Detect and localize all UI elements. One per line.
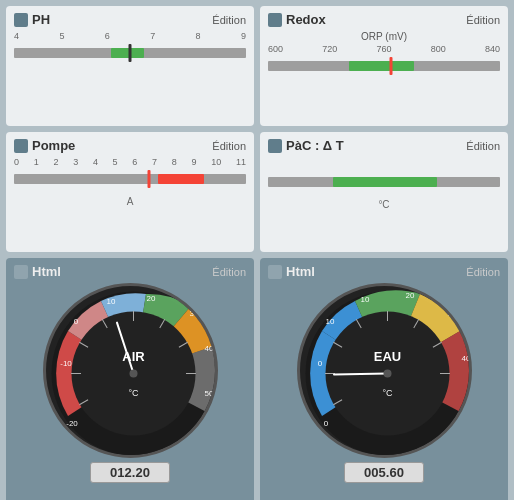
ph-header: PH Édition bbox=[14, 12, 246, 27]
pompe-bar-bg bbox=[14, 174, 246, 184]
ph-edition-btn[interactable]: Édition bbox=[212, 14, 246, 26]
ph-marker bbox=[129, 44, 132, 62]
html-eau-edition-btn[interactable]: Édition bbox=[466, 266, 500, 278]
orp-label: ORP (mV) bbox=[268, 31, 500, 42]
pompe-unit: A bbox=[14, 196, 246, 207]
svg-text:EAU: EAU bbox=[373, 349, 400, 364]
pac-title: PàC : Δ T bbox=[268, 138, 344, 153]
pompe-title: Pompe bbox=[14, 138, 75, 153]
svg-text:10: 10 bbox=[360, 295, 369, 304]
svg-point-42 bbox=[383, 370, 391, 378]
redox-card: Redox Édition ORP (mV) 600 720 760 800 8… bbox=[260, 6, 508, 126]
eau-display-value: 005.60 bbox=[344, 462, 424, 483]
pompe-scale: 0 1 2 3 4 5 6 7 8 9 10 11 bbox=[14, 157, 246, 167]
main-grid: PH Édition 4 5 6 7 8 9 Redox bbox=[0, 0, 514, 500]
svg-text:40: 40 bbox=[461, 354, 470, 363]
html-air-card: Html Édition bbox=[6, 258, 254, 500]
svg-text:°C: °C bbox=[128, 388, 139, 398]
svg-line-41 bbox=[334, 374, 387, 375]
ph-track bbox=[14, 42, 246, 64]
html-air-title: Html bbox=[14, 264, 61, 279]
redox-marker bbox=[389, 57, 392, 75]
svg-text:50: 50 bbox=[204, 389, 213, 398]
svg-text:0: 0 bbox=[323, 419, 328, 428]
pac-icon bbox=[268, 139, 282, 153]
html-air-header: Html Édition bbox=[14, 264, 246, 279]
svg-text:0: 0 bbox=[73, 317, 78, 326]
html-eau-card: Html Édition bbox=[260, 258, 508, 500]
svg-text:0: 0 bbox=[317, 359, 322, 368]
pac-gauge: °C bbox=[268, 171, 500, 210]
ph-gauge: 4 5 6 7 8 9 bbox=[14, 31, 246, 64]
pompe-gauge: 0 1 2 3 4 5 6 7 8 9 10 11 A bbox=[14, 157, 246, 207]
svg-text:20: 20 bbox=[146, 294, 155, 303]
air-meter-svg: -20 -10 0 10 20 30 40 50 AIR °C bbox=[46, 286, 218, 458]
html-eau-title: Html bbox=[268, 264, 315, 279]
redox-icon bbox=[268, 13, 282, 27]
air-meter-container: -20 -10 0 10 20 30 40 50 AIR °C bbox=[14, 283, 246, 483]
svg-text:30: 30 bbox=[447, 309, 456, 318]
svg-text:-10: -10 bbox=[60, 359, 72, 368]
svg-text:10: 10 bbox=[325, 317, 334, 326]
svg-text:40: 40 bbox=[204, 344, 213, 353]
eau-meter-wrapper: 0 0 10 10 20 30 40 EAU °C bbox=[297, 283, 472, 483]
pompe-icon bbox=[14, 139, 28, 153]
pompe-header: Pompe Édition bbox=[14, 138, 246, 153]
svg-text:10: 10 bbox=[106, 297, 115, 306]
ph-scale: 4 5 6 7 8 9 bbox=[14, 31, 246, 41]
pac-green bbox=[333, 177, 437, 187]
ph-icon bbox=[14, 13, 28, 27]
ph-title: PH bbox=[14, 12, 50, 27]
eau-meter-container: 0 0 10 10 20 30 40 EAU °C bbox=[268, 283, 500, 483]
air-display-value: 012.20 bbox=[90, 462, 170, 483]
redox-scale: 600 720 760 800 840 bbox=[268, 44, 500, 54]
pac-track bbox=[268, 171, 500, 193]
redox-track bbox=[268, 55, 500, 77]
pac-card: PàC : Δ T Édition °C bbox=[260, 132, 508, 252]
ph-card: PH Édition 4 5 6 7 8 9 bbox=[6, 6, 254, 126]
pac-unit: °C bbox=[268, 199, 500, 210]
svg-text:-20: -20 bbox=[66, 419, 78, 428]
html-eau-icon bbox=[268, 265, 282, 279]
pompe-edition-btn[interactable]: Édition bbox=[212, 140, 246, 152]
pompe-marker bbox=[147, 170, 150, 188]
redox-title: Redox bbox=[268, 12, 326, 27]
air-meter-wrapper: -20 -10 0 10 20 30 40 50 AIR °C bbox=[43, 283, 218, 483]
svg-text:20: 20 bbox=[405, 291, 414, 300]
redox-edition-btn[interactable]: Édition bbox=[466, 14, 500, 26]
pompe-red bbox=[158, 174, 204, 184]
air-meter-circle: -20 -10 0 10 20 30 40 50 AIR °C bbox=[43, 283, 218, 458]
svg-point-21 bbox=[129, 370, 137, 378]
pac-header: PàC : Δ T Édition bbox=[268, 138, 500, 153]
svg-text:°C: °C bbox=[382, 388, 393, 398]
pompe-card: Pompe Édition 0 1 2 3 4 5 6 7 8 9 10 11 bbox=[6, 132, 254, 252]
redox-gauge: ORP (mV) 600 720 760 800 840 bbox=[268, 31, 500, 77]
html-eau-header: Html Édition bbox=[268, 264, 500, 279]
svg-text:30: 30 bbox=[189, 309, 198, 318]
eau-meter-svg: 0 0 10 10 20 30 40 EAU °C bbox=[300, 286, 472, 458]
html-air-icon bbox=[14, 265, 28, 279]
pompe-track bbox=[14, 168, 246, 190]
redox-header: Redox Édition bbox=[268, 12, 500, 27]
pac-edition-btn[interactable]: Édition bbox=[466, 140, 500, 152]
html-air-edition-btn[interactable]: Édition bbox=[212, 266, 246, 278]
redox-green bbox=[349, 61, 414, 71]
eau-meter-circle: 0 0 10 10 20 30 40 EAU °C bbox=[297, 283, 472, 458]
